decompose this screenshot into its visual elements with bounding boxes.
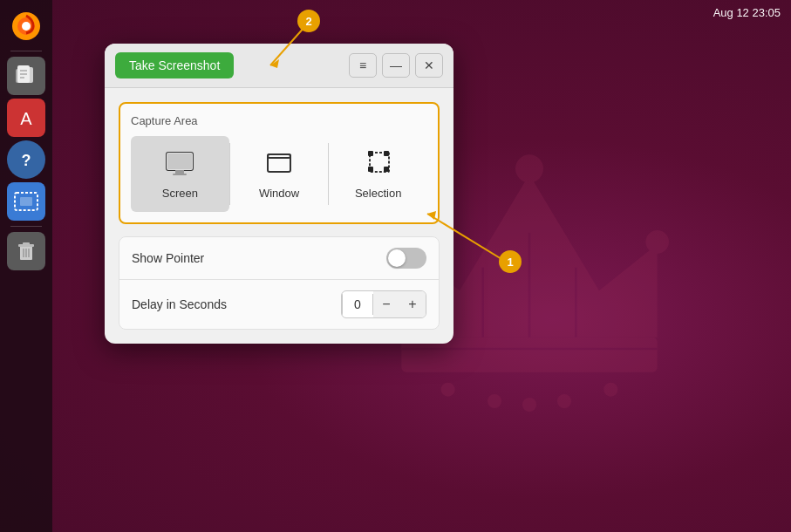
capture-area-label: Capture Area bbox=[131, 114, 427, 127]
dock-separator-1 bbox=[10, 51, 42, 51]
svg-rect-46 bbox=[368, 151, 373, 156]
show-pointer-toggle[interactable] bbox=[386, 248, 426, 269]
titlebar-menu-button[interactable]: ≡ bbox=[349, 53, 377, 78]
dock-item-trash[interactable] bbox=[7, 232, 45, 270]
datetime: Aug 12 23:05 bbox=[713, 6, 781, 19]
svg-point-17 bbox=[557, 394, 571, 408]
take-screenshot-button[interactable]: Take Screenshot bbox=[115, 52, 234, 78]
svg-point-14 bbox=[441, 383, 455, 397]
window-capture-icon bbox=[263, 148, 295, 180]
selection-option-label: Selection bbox=[355, 187, 401, 200]
dock-item-screenshot[interactable] bbox=[7, 182, 45, 221]
screenshot-icon bbox=[13, 188, 39, 215]
top-bar: Aug 12 23:05 bbox=[52, 0, 791, 24]
svg-rect-47 bbox=[384, 151, 389, 156]
capture-option-selection[interactable]: Selection bbox=[329, 136, 427, 212]
show-pointer-label: Show Pointer bbox=[132, 251, 204, 265]
capture-option-window[interactable]: Window bbox=[230, 136, 329, 212]
svg-rect-31 bbox=[20, 197, 32, 206]
capture-area-section: Capture Area Screen bbox=[119, 102, 440, 224]
svg-point-4 bbox=[645, 230, 669, 254]
titlebar-controls: ≡ — ✕ bbox=[349, 53, 443, 78]
svg-point-2 bbox=[515, 154, 543, 182]
svg-rect-48 bbox=[368, 167, 373, 172]
show-pointer-row: Show Pointer bbox=[119, 237, 439, 279]
svg-rect-44 bbox=[268, 154, 290, 158]
help-icon: ? bbox=[14, 147, 38, 172]
dialog-content: Capture Area Screen bbox=[105, 88, 453, 344]
titlebar-minimize-button[interactable]: — bbox=[382, 53, 410, 78]
options-section: Show Pointer Delay in Seconds 0 − + bbox=[119, 236, 440, 330]
screenshot-dialog: Take Screenshot ≡ — ✕ Capture Area bbox=[105, 44, 453, 344]
delay-label: Delay in Seconds bbox=[132, 297, 227, 311]
dialog-titlebar: Take Screenshot ≡ — ✕ bbox=[105, 44, 453, 88]
screen-option-label: Screen bbox=[162, 187, 198, 200]
svg-rect-49 bbox=[384, 167, 389, 172]
dock-separator-2 bbox=[10, 226, 42, 227]
trash-icon bbox=[14, 239, 38, 263]
delay-value: 0 bbox=[342, 294, 373, 315]
titlebar-close-button[interactable]: ✕ bbox=[415, 53, 443, 78]
dock: A ? bbox=[0, 0, 52, 532]
svg-text:?: ? bbox=[22, 152, 31, 169]
window-option-label: Window bbox=[259, 187, 299, 200]
svg-text:A: A bbox=[20, 109, 32, 128]
dock-item-files[interactable] bbox=[7, 57, 45, 95]
dock-item-firefox[interactable] bbox=[7, 7, 45, 45]
files-icon bbox=[14, 64, 38, 88]
screen-capture-icon bbox=[164, 148, 195, 180]
capture-options: Screen Window bbox=[131, 136, 427, 212]
capture-option-screen[interactable]: Screen bbox=[131, 136, 229, 212]
delay-minus-button[interactable]: − bbox=[373, 291, 399, 317]
svg-point-21 bbox=[22, 22, 31, 31]
firefox-icon bbox=[10, 10, 42, 42]
svg-point-15 bbox=[488, 394, 501, 408]
dock-item-help[interactable]: ? bbox=[7, 140, 45, 179]
delay-control: 0 − + bbox=[341, 290, 426, 318]
svg-point-16 bbox=[522, 398, 536, 412]
dock-item-appstore[interactable]: A bbox=[7, 99, 45, 137]
appstore-icon: A bbox=[14, 106, 38, 130]
delay-row: Delay in Seconds 0 − + bbox=[119, 279, 439, 329]
svg-point-18 bbox=[603, 383, 617, 397]
svg-rect-41 bbox=[175, 170, 184, 174]
svg-rect-40 bbox=[167, 153, 192, 169]
svg-rect-42 bbox=[173, 174, 187, 175]
svg-rect-34 bbox=[23, 242, 30, 245]
selection-capture-icon bbox=[363, 148, 394, 180]
delay-plus-button[interactable]: + bbox=[399, 291, 426, 317]
